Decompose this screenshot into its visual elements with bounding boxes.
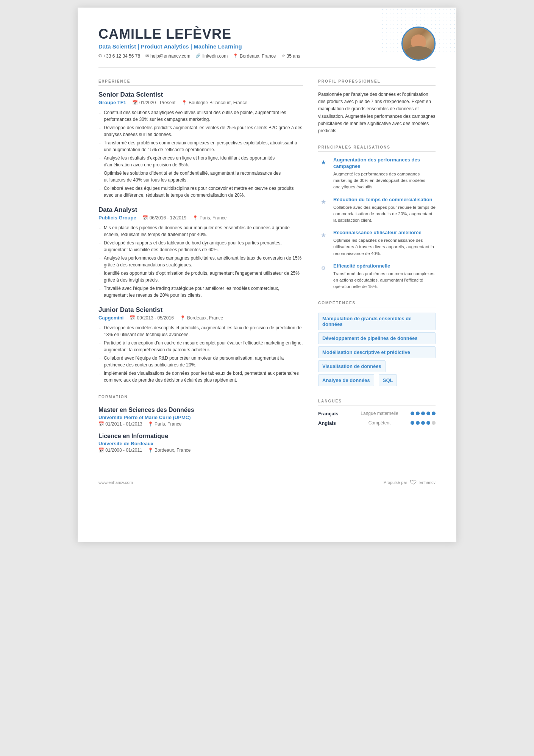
realisation-icon-2: ★: [318, 197, 329, 207]
contact-location: 📍 Bordeaux, France: [233, 53, 276, 59]
job-title-2: Data Analyst: [98, 206, 303, 214]
job-company-2: Publicis Groupe: [98, 215, 136, 221]
brand-name: Enhancv: [419, 480, 436, 485]
job-dates-3: 📅 09/2013 - 05/2016: [130, 315, 173, 321]
enhancv-logo: Propulsé par Enhancv: [384, 480, 436, 485]
bullet-2-4: Identifié des opportunités d'optimisatio…: [98, 269, 303, 284]
job-dates-2: 📅 06/2016 - 12/2019: [142, 215, 186, 221]
lang-item-2: Anglais Compétent: [318, 420, 436, 426]
bullet-3-2: Participé à la conception d'un cadre de …: [98, 339, 303, 354]
formation-section-title: FORMATION: [98, 395, 303, 401]
bullet-3-4: Implémenté des visualisations de données…: [98, 369, 303, 384]
lang-dots-2: [411, 421, 436, 425]
cal-icon-edu1: 📅: [98, 421, 104, 427]
edu-item-2: Licence en Informatique Université de Bo…: [98, 433, 303, 453]
edu-school-2: Université de Bordeaux: [98, 441, 303, 446]
pin-icon-edu1: 📍: [148, 421, 153, 427]
realisation-item-3: ★ Reconnaissance utilisateur améliorée O…: [318, 230, 436, 257]
contact-phone: ✆ +33 6 12 34 56 78: [98, 53, 140, 59]
cal-icon-edu2: 📅: [98, 448, 104, 453]
phone-value: +33 6 12 34 56 78: [103, 53, 140, 59]
calendar-icon-1: 📅: [132, 100, 138, 105]
realisation-content-2: Réduction du temps de commercialisation …: [333, 197, 436, 224]
enhancv-heart-icon: [409, 480, 417, 485]
bullet-1-6: Collaboré avec des équipes multidiscipli…: [98, 184, 303, 199]
job-bullets-2: Mis en place des pipelines de données po…: [98, 224, 303, 299]
realisation-content-1: Augmentation des performances des campag…: [333, 157, 436, 191]
calendar-icon-2: 📅: [142, 215, 148, 221]
linkedin-icon: 🔗: [195, 53, 201, 58]
bullet-1-1: Construit des solutions analytiques évol…: [98, 108, 303, 124]
lang-name-1: Français: [318, 411, 348, 416]
competences-section-title: COMPÉTENCES: [318, 301, 436, 307]
dot-1-3: [421, 412, 425, 415]
contact-email: ✉ help@enhancv.com: [145, 53, 190, 59]
job-meta-2: Publicis Groupe 📅 06/2016 - 12/2019 📍 Pa…: [98, 215, 303, 221]
job-bullets-1: Construit des solutions analytiques évol…: [98, 108, 303, 199]
dot-2-5: [432, 421, 436, 425]
bullet-2-5: Travaillé avec l'équipe de trading strat…: [98, 284, 303, 299]
job-item-3: Junior Data Scientist Capgemini 📅 09/201…: [98, 306, 303, 384]
bullet-3-1: Développé des modèles descriptifs et pré…: [98, 324, 303, 339]
bullet-1-4: Analysé les résultats d'expériences en l…: [98, 154, 303, 169]
langues-section-title: LANGUES: [318, 399, 436, 405]
job-location-2: 📍 Paris, France: [192, 215, 226, 221]
resume-page: CAMILLE LEFÈVRE Data Scientist | Product…: [78, 8, 456, 542]
skill-6: SQL: [379, 374, 397, 386]
bullet-1-2: Développé des modèles prédictifs augment…: [98, 124, 303, 139]
dot-2-3: [421, 421, 425, 425]
realisation-desc-4: Transformé des problèmes commerciaux com…: [333, 271, 436, 290]
dot-1-2: [416, 412, 420, 415]
edu-dates-2: 📅 01/2008 - 01/2011: [98, 448, 142, 453]
job-item-1: Senior Data Scientist Groupe TF1 📅 01/20…: [98, 91, 303, 199]
candidate-name: CAMILLE LEFÈVRE: [98, 27, 394, 42]
profil-text: Passionnée par l'analyse des données et …: [318, 91, 436, 135]
competences-section: COMPÉTENCES Manipulation de grands ensem…: [318, 301, 436, 388]
right-column: PROFIL PROFESSIONNEL Passionnée par l'an…: [318, 79, 436, 463]
location-value: Bordeaux, France: [240, 53, 276, 59]
realisation-title-2: Réduction du temps de commercialisation: [333, 197, 436, 203]
realisation-content-3: Reconnaissance utilisateur améliorée Opt…: [333, 230, 436, 257]
realisation-content-4: Efficacité opérationnelle Transformé des…: [333, 263, 436, 290]
bullet-2-2: Développé des rapports et des tableaux d…: [98, 239, 303, 254]
edu-location-2: 📍 Bordeaux, France: [148, 448, 191, 453]
main-layout: EXPÉRIENCE Senior Data Scientist Groupe …: [98, 79, 436, 463]
skill-5: Analyse de données: [318, 374, 374, 386]
calendar-icon-3: 📅: [130, 315, 135, 321]
job-title-1: Senior Data Scientist: [98, 91, 303, 99]
realisation-desc-2: Collaboré avec des équipes pour réduire …: [333, 204, 436, 224]
realisation-icon-1: ★: [318, 157, 329, 167]
header-contact: ✆ +33 6 12 34 56 78 ✉ help@enhancv.com 🔗…: [98, 53, 394, 59]
edu-item-1: Master en Sciences des Données Universit…: [98, 407, 303, 427]
skills-inline-row-2: Analyse de données SQL: [318, 374, 436, 388]
job-bullets-3: Développé des modèles descriptifs et pré…: [98, 324, 303, 384]
realisation-desc-3: Optimisé les capacités de reconnaissance…: [333, 237, 436, 257]
dot-2-1: [411, 421, 414, 425]
age-icon: ☆: [281, 53, 285, 58]
realisation-icon-4: ⚙: [318, 263, 329, 274]
profil-section: PROFIL PROFESSIONNEL Passionnée par l'an…: [318, 79, 436, 135]
realisation-title-3: Reconnaissance utilisateur améliorée: [333, 230, 436, 236]
skill-2: Développement de pipelines de données: [318, 332, 436, 344]
dot-2-2: [416, 421, 420, 425]
footer: www.enhancv.com Propulsé par Enhancv: [98, 475, 436, 485]
job-item-2: Data Analyst Publicis Groupe 📅 06/2016 -…: [98, 206, 303, 299]
edu-school-1: Université Pierre et Marie Curie (UPMC): [98, 415, 303, 420]
pin-icon-3: 📍: [180, 315, 186, 321]
bullet-1-3: Transformé des problèmes commerciaux com…: [98, 139, 303, 154]
langues-section: LANGUES Français Langue maternelle Angla…: [318, 399, 436, 426]
job-location-1: 📍 Boulogne-Billancourt, France: [181, 100, 247, 105]
header-left: CAMILLE LEFÈVRE Data Scientist | Product…: [98, 27, 394, 59]
contact-age: ☆ 35 ans: [281, 53, 300, 59]
skill-4: Visualisation de données: [318, 360, 386, 372]
pin-icon-edu2: 📍: [148, 448, 153, 453]
edu-meta-2: 📅 01/2008 - 01/2011 📍 Bordeaux, France: [98, 448, 303, 453]
skill-3: Modélisation descriptive et prédictive: [318, 346, 436, 358]
bullet-3-3: Collaboré avec l'équipe de R&D pour crée…: [98, 354, 303, 369]
realisation-icon-3: ★: [318, 230, 329, 240]
experience-section: EXPÉRIENCE Senior Data Scientist Groupe …: [98, 79, 303, 384]
experience-section-title: EXPÉRIENCE: [98, 79, 303, 86]
skills-inline-row: Visualisation de données: [318, 360, 436, 374]
dot-2-4: [426, 421, 430, 425]
formation-section: FORMATION Master en Sciences des Données…: [98, 395, 303, 453]
